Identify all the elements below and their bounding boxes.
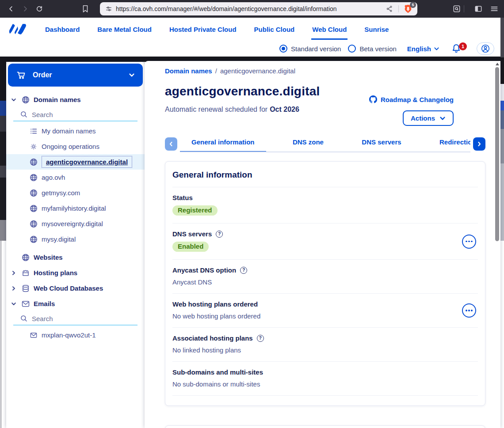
sidebar-item-domain[interactable]: getmysy.com: [6, 185, 145, 201]
sidebar-item-domain[interactable]: ago.ovh: [6, 170, 145, 185]
help-icon[interactable]: ?: [257, 335, 264, 342]
beta-version-label: Beta version: [359, 45, 396, 53]
hosting-icon: [21, 269, 30, 277]
gear-icon: [29, 143, 38, 150]
row-web-hosting-plans: Web hosting plans ordered No web hosting…: [172, 293, 478, 327]
chevron-down-icon[interactable]: [10, 301, 18, 307]
shield-count-badge: 5: [410, 2, 416, 8]
item-label: getmysy.com: [42, 189, 80, 197]
sidebar-item-my-domain-names[interactable]: My domain names: [6, 123, 145, 139]
sidebar-item-domain[interactable]: mysovereignty.digital: [6, 216, 145, 231]
sidebar-item-domain[interactable]: mysy.digital: [6, 231, 145, 247]
github-icon: [369, 95, 377, 103]
help-icon[interactable]: ?: [240, 267, 247, 274]
tab-redirections[interactable]: Redirections: [428, 134, 470, 152]
notification-count-badge: 1: [459, 42, 467, 50]
sidebar-item-domain[interactable]: myfamilyhistory.digital: [6, 201, 145, 216]
breadcrumb: Domain names / agenticgovernance.digital: [165, 67, 485, 75]
email-search-input[interactable]: Search: [13, 312, 137, 326]
chevron-right-icon[interactable]: [10, 270, 18, 276]
web-hosting-menu-button[interactable]: [462, 303, 476, 318]
page-edge-left-lower: [0, 241, 2, 428]
reload-icon[interactable]: [34, 3, 45, 15]
brave-shield-icon[interactable]: 5: [403, 4, 413, 14]
tab-strip: General information DNS zone DNS servers…: [180, 134, 470, 152]
sidebar-item-selected-domain[interactable]: agenticgovernance.digital: [6, 154, 145, 170]
item-label: mysy.digital: [42, 235, 76, 243]
sidebar-section-hosting-plans[interactable]: Hosting plans: [6, 265, 145, 280]
list-icon: [29, 128, 38, 135]
standard-version-label: Standard version: [291, 45, 341, 53]
tabs-scroll-left-button[interactable]: [165, 137, 177, 151]
header-controls: Standard version Beta version English 1: [279, 42, 494, 55]
breadcrumb-root-link[interactable]: Domain names: [165, 67, 212, 75]
sidebar-item-email-service[interactable]: mxplan-qwvo2ut-1: [6, 327, 145, 343]
tab-general-information[interactable]: General information: [180, 134, 266, 152]
radio-unselected-icon: [348, 45, 356, 53]
breadcrumb-separator: /: [215, 67, 217, 75]
globe-icon: [21, 96, 30, 104]
order-label: Order: [33, 71, 52, 79]
primary-nav: Dashboard Bare Metal Cloud Hosted Privat…: [44, 19, 389, 40]
tab-dns-zone[interactable]: DNS zone: [281, 134, 335, 152]
url-bar[interactable]: https://ca.ovh.com/manager/#/web/domain/…: [100, 2, 417, 15]
bookmark-icon[interactable]: [80, 3, 91, 15]
row-value: No web hosting plans ordered: [172, 312, 478, 320]
tab-dns-servers[interactable]: DNS servers: [350, 134, 412, 152]
nav-public-cloud[interactable]: Public Cloud: [253, 19, 296, 40]
cart-icon: [16, 70, 27, 80]
header-actions: Roadmap & Changelog Actions: [369, 95, 454, 126]
globe-icon: [29, 205, 38, 212]
help-icon[interactable]: ?: [216, 231, 223, 238]
site-settings-icon[interactable]: [105, 5, 112, 12]
forward-icon[interactable]: [19, 3, 31, 15]
back-icon[interactable]: [5, 3, 17, 15]
sidebar-section-domain-names[interactable]: Domain names: [6, 92, 145, 107]
row-associated-hosting-plans: Associated hosting plans ? No linked hos…: [172, 327, 478, 361]
sidebar-toggle-icon[interactable]: [474, 4, 483, 13]
sidebar: Order Domain names Search: [6, 62, 145, 428]
sidebar-section-web-cloud-databases[interactable]: Web Cloud Databases: [6, 280, 145, 296]
domain-search-input[interactable]: Search: [13, 108, 137, 121]
browser-actions: [445, 4, 499, 13]
actions-label: Actions: [411, 114, 435, 122]
beta-version-radio[interactable]: Beta version: [348, 45, 396, 53]
globe-icon: [29, 220, 38, 228]
sidebar-section-emails[interactable]: Emails: [6, 296, 145, 311]
dns-status-badge: Enabled: [172, 242, 209, 252]
scroll-up-arrow[interactable]: [496, 63, 499, 65]
sidebar-section-websites[interactable]: Websites: [6, 250, 145, 265]
tab-bar: General information DNS zone DNS servers…: [165, 134, 485, 152]
chevron-down-icon[interactable]: [10, 97, 18, 102]
url-text[interactable]: https://ca.ovh.com/manager/#/web/domain/…: [116, 5, 383, 12]
roadmap-changelog-link[interactable]: Roadmap & Changelog: [369, 95, 454, 103]
nav-hosted-private-cloud[interactable]: Hosted Private Cloud: [168, 19, 237, 40]
row-label: Associated hosting plans: [172, 334, 253, 342]
menu-icon[interactable]: [490, 4, 499, 13]
general-information-card: General information Status Registered DN…: [165, 161, 485, 406]
scrollbar[interactable]: [495, 62, 500, 428]
nav-dashboard[interactable]: Dashboard: [44, 19, 80, 40]
sidebar-item-ongoing-operations[interactable]: Ongoing operations: [6, 139, 145, 154]
chevron-right-icon[interactable]: [10, 286, 18, 291]
order-button[interactable]: Order: [8, 64, 143, 87]
search-tab-icon[interactable]: [452, 4, 461, 13]
nav-web-cloud[interactable]: Web Cloud: [311, 19, 347, 40]
notifications-button[interactable]: 1: [451, 43, 462, 54]
share-icon[interactable]: [386, 5, 393, 12]
globe-icon: [29, 189, 38, 197]
account-menu-button[interactable]: [477, 42, 494, 55]
ovh-logo[interactable]: [9, 23, 27, 35]
item-label: mxplan-qwvo2ut-1: [42, 331, 96, 339]
nav-sunrise[interactable]: Sunrise: [363, 19, 389, 40]
tabs-scroll-right-button[interactable]: [473, 137, 485, 151]
radio-selected-icon: [279, 45, 287, 53]
language-selector[interactable]: English: [407, 45, 439, 53]
search-placeholder: Search: [32, 111, 53, 118]
dns-servers-menu-button[interactable]: [462, 235, 476, 249]
scrollbar-thumb[interactable]: [495, 67, 499, 241]
nav-bare-metal-cloud[interactable]: Bare Metal Cloud: [96, 19, 153, 40]
actions-button[interactable]: Actions: [403, 110, 454, 126]
standard-version-radio[interactable]: Standard version: [279, 45, 341, 53]
section-label: Domain names: [34, 96, 81, 103]
